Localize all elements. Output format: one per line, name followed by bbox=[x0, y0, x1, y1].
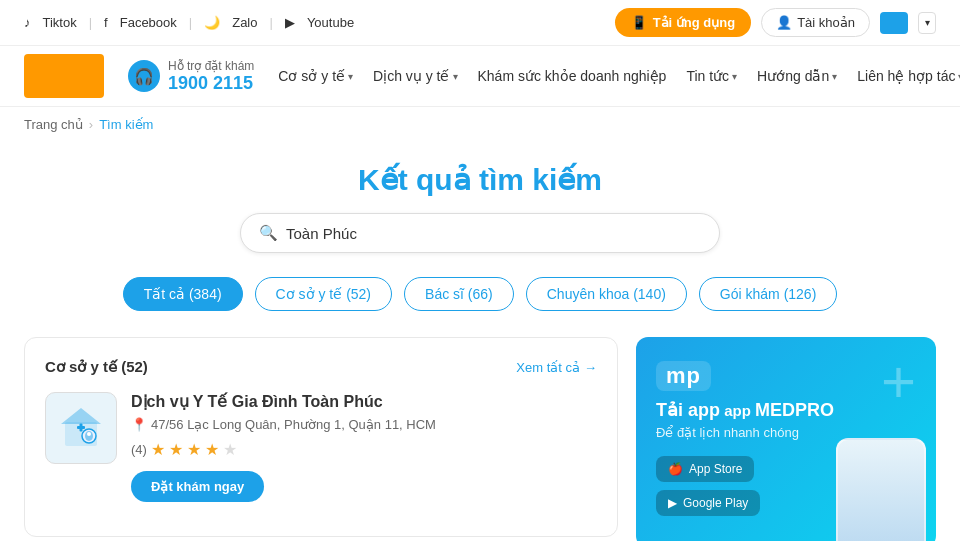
facility-rating: (4) ★ ★ ★ ★ ★ bbox=[131, 440, 597, 459]
facility-card-header: Cơ sở y tế (52) Xem tất cả → bbox=[45, 358, 597, 376]
nav-item-lien-he[interactable]: Liên hệ hợp tác ▾ bbox=[857, 68, 960, 84]
see-all-link[interactable]: Xem tất cả → bbox=[516, 360, 597, 375]
main-content: Kết quả tìm kiếm 🔍 Tất cả (384) Cơ sở y … bbox=[0, 162, 960, 541]
facility-info: Dịch vụ Y Tế Gia Đình Toàn Phúc 📍 47/56 … bbox=[131, 392, 597, 502]
site-logo[interactable] bbox=[24, 54, 104, 98]
star-1: ★ bbox=[151, 440, 165, 459]
language-dropdown[interactable]: ▾ bbox=[918, 12, 936, 34]
breadcrumb: Trang chủ › Tìm kiếm bbox=[0, 107, 960, 142]
facility-logo-svg bbox=[57, 404, 105, 452]
support-phone: 1900 2115 bbox=[168, 73, 254, 94]
search-bar[interactable]: 🔍 bbox=[240, 213, 720, 253]
support-info: 🎧 Hỗ trợ đặt khám 1900 2115 bbox=[128, 59, 254, 94]
tiktok-icon: ♪ bbox=[24, 15, 31, 30]
play-store-icon: ▶ bbox=[668, 496, 677, 510]
google-play-button[interactable]: ▶ Google Play bbox=[656, 490, 760, 516]
filter-tabs: Tất cả (384) Cơ sở y tế (52) Bác sĩ (66)… bbox=[24, 277, 936, 311]
filter-tab-chuyen-khoa[interactable]: Chuyên khoa (140) bbox=[526, 277, 687, 311]
facility-section-title: Cơ sở y tế (52) bbox=[45, 358, 148, 376]
top-bar: ♪ Tiktok | f Facebook | 🌙 Zalo | ▶ Youtu… bbox=[0, 0, 960, 46]
nav-item-co-so-y-te[interactable]: Cơ sở y tế ▾ bbox=[278, 68, 353, 84]
filter-tab-co-so-y-te[interactable]: Cơ sở y tế (52) bbox=[255, 277, 392, 311]
book-appointment-button[interactable]: Đặt khám ngay bbox=[131, 471, 264, 502]
filter-tab-bac-si[interactable]: Bác sĩ (66) bbox=[404, 277, 514, 311]
youtube-link[interactable]: Youtube bbox=[307, 15, 354, 30]
filter-tab-goi-kham[interactable]: Gói khám (126) bbox=[699, 277, 837, 311]
nav-item-kham-suc-khoe[interactable]: Khám sức khỏe doanh nghiệp bbox=[478, 68, 667, 84]
download-app-button[interactable]: 📱 Tải ứng dụng bbox=[615, 8, 751, 37]
filter-tab-all[interactable]: Tất cả (384) bbox=[123, 277, 243, 311]
svg-point-6 bbox=[87, 432, 91, 436]
support-label: Hỗ trợ đặt khám bbox=[168, 59, 254, 73]
main-nav: Cơ sở y tế ▾ Dịch vụ y tế ▾ Khám sức khỏ… bbox=[278, 68, 960, 84]
site-header: 🎧 Hỗ trợ đặt khám 1900 2115 Cơ sở y tế ▾… bbox=[0, 46, 960, 107]
svg-marker-1 bbox=[61, 408, 101, 424]
top-bar-actions: 📱 Tải ứng dụng 👤 Tài khoản ▾ bbox=[615, 8, 936, 37]
ad-banner: + mp Tải app app MEDPRO Để đặt lịch nhan… bbox=[636, 337, 936, 541]
chevron-down-icon: ▾ bbox=[732, 71, 737, 82]
chevron-down-icon: ▾ bbox=[832, 71, 837, 82]
search-icon: 🔍 bbox=[259, 224, 278, 242]
breadcrumb-current: Tìm kiếm bbox=[99, 117, 153, 132]
star-2: ★ bbox=[169, 440, 183, 459]
nav-item-dich-vu-y-te[interactable]: Dịch vụ y tế ▾ bbox=[373, 68, 457, 84]
chevron-down-icon: ▾ bbox=[348, 71, 353, 82]
medpro-logo-icon: mp bbox=[656, 361, 711, 391]
facility-logo bbox=[45, 392, 117, 464]
results-area: Cơ sở y tế (52) Xem tất cả → bbox=[24, 337, 936, 541]
facility-address: 📍 47/56 Lạc Long Quân, Phường 1, Quận 11… bbox=[131, 417, 597, 432]
zalo-icon: 🌙 bbox=[204, 15, 220, 30]
phone-mockup-image bbox=[836, 438, 926, 541]
breadcrumb-home[interactable]: Trang chủ bbox=[24, 117, 83, 132]
nav-item-huong-dan[interactable]: Hướng dẫn ▾ bbox=[757, 68, 837, 84]
zalo-link[interactable]: Zalo bbox=[232, 15, 257, 30]
tiktok-link[interactable]: Tiktok bbox=[43, 15, 77, 30]
phone-icon: 📱 bbox=[631, 15, 647, 30]
search-bar-wrapper: 🔍 bbox=[24, 213, 936, 253]
star-3: ★ bbox=[187, 440, 201, 459]
rating-count: (4) bbox=[131, 442, 147, 457]
ad-logo: mp bbox=[656, 361, 916, 391]
headphone-icon: 🎧 bbox=[128, 60, 160, 92]
facility-section-card: Cơ sở y tế (52) Xem tất cả → bbox=[24, 337, 618, 537]
breadcrumb-separator: › bbox=[89, 117, 93, 132]
arrow-right-icon: → bbox=[584, 360, 597, 375]
star-5-empty: ★ bbox=[223, 440, 237, 459]
account-button[interactable]: 👤 Tài khoản bbox=[761, 8, 870, 37]
facebook-link[interactable]: Facebook bbox=[120, 15, 177, 30]
star-4: ★ bbox=[205, 440, 219, 459]
facility-name: Dịch vụ Y Tế Gia Đình Toàn Phúc bbox=[131, 392, 597, 411]
app-store-button[interactable]: 🍎 App Store bbox=[656, 456, 754, 482]
svg-rect-3 bbox=[80, 424, 83, 432]
facebook-icon: f bbox=[104, 15, 108, 30]
plus-decoration: + bbox=[881, 347, 916, 416]
language-flag-button[interactable] bbox=[880, 12, 908, 34]
chevron-down-icon: ▾ bbox=[453, 71, 458, 82]
social-links: ♪ Tiktok | f Facebook | 🌙 Zalo | ▶ Youtu… bbox=[24, 15, 354, 30]
user-icon: 👤 bbox=[776, 15, 792, 30]
page-title: Kết quả tìm kiếm bbox=[24, 162, 936, 197]
nav-item-tin-tuc[interactable]: Tin tức ▾ bbox=[686, 68, 737, 84]
search-input[interactable] bbox=[286, 225, 701, 242]
youtube-icon: ▶ bbox=[285, 15, 295, 30]
apple-icon: 🍎 bbox=[668, 462, 683, 476]
ad-title: Tải app app MEDPRO bbox=[656, 399, 916, 421]
facility-item: Dịch vụ Y Tế Gia Đình Toàn Phúc 📍 47/56 … bbox=[45, 392, 597, 502]
location-icon: 📍 bbox=[131, 417, 147, 432]
